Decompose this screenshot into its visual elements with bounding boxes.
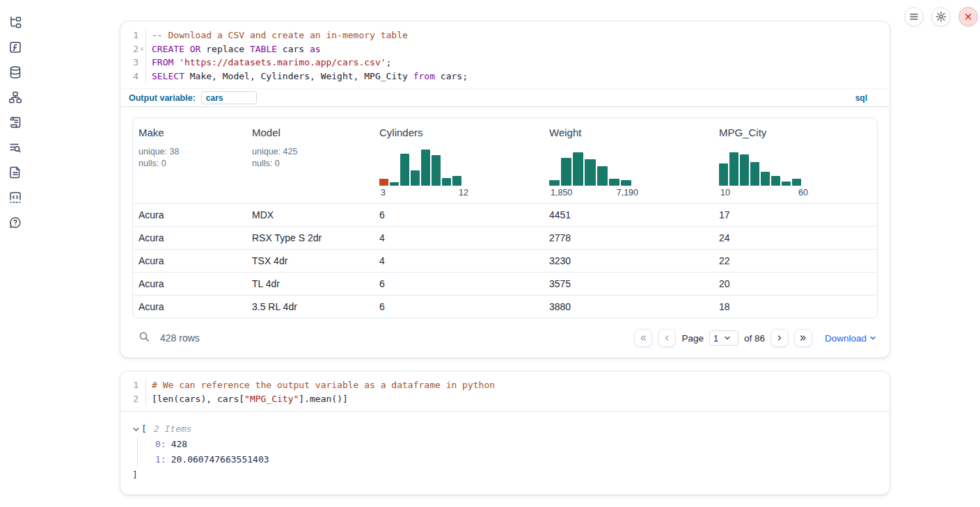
sql-output-section: Make unique: 38 nulls: 0 Model unique: 4… <box>120 107 890 357</box>
list-item: 0:428 <box>155 437 878 452</box>
download-button[interactable]: Download <box>825 333 876 344</box>
histogram-bar <box>782 182 791 186</box>
table-row[interactable]: AcuraMDX6445117 <box>133 203 877 226</box>
data-table: Make unique: 38 nulls: 0 Model unique: 4… <box>132 118 878 319</box>
table-row[interactable]: AcuraTSX 4dr4323022 <box>133 249 877 272</box>
table-cell: 3230 <box>544 255 713 266</box>
histogram-bar <box>390 182 399 186</box>
close-bracket: ] <box>132 467 878 483</box>
table-cell: 17 <box>713 209 877 220</box>
histogram-bar <box>452 176 461 186</box>
table-cell: Acura <box>133 232 246 243</box>
topbar-actions <box>904 7 978 26</box>
help-icon[interactable] <box>8 215 23 230</box>
table-cell: 4451 <box>544 209 713 220</box>
open-bracket: [ <box>141 421 147 437</box>
fold-icon[interactable]: ∨ <box>139 42 145 56</box>
download-label: Download <box>825 333 867 344</box>
table-cell: 6 <box>374 301 544 312</box>
table-cell: 6 <box>374 209 544 220</box>
functions-icon[interactable] <box>8 40 23 55</box>
search-logs-icon[interactable] <box>8 140 23 155</box>
menu-icon[interactable] <box>904 7 924 26</box>
table-cell: 3880 <box>544 301 713 312</box>
histogram-bar <box>421 150 430 186</box>
table-cell: Acura <box>133 209 246 220</box>
previous-page-button[interactable] <box>658 329 676 347</box>
table-row[interactable]: AcuraTL 4dr6357520 <box>133 272 877 295</box>
hist-max-label: 60 <box>798 188 808 198</box>
page-select[interactable]: 1 <box>709 330 738 346</box>
line-number: 3 <box>125 56 139 70</box>
item-index: 1: <box>155 454 166 465</box>
collapse-icon[interactable] <box>132 426 140 433</box>
table-cell: 3.5 RL 4dr <box>246 301 374 312</box>
snippets-icon[interactable] <box>8 190 23 205</box>
histogram-bar <box>585 159 595 186</box>
column-stat: unique: 425 <box>252 146 371 158</box>
column-label[interactable]: Cylinders <box>379 127 541 138</box>
python-code-editor[interactable]: 1# We can reference the output variable … <box>120 371 890 411</box>
column-label[interactable]: Weight <box>549 127 711 138</box>
column-label[interactable]: Model <box>252 127 371 138</box>
item-value: 20.060747663551403 <box>171 454 269 465</box>
row-count: 428 rows <box>160 332 200 344</box>
histogram-bar <box>792 179 801 186</box>
sql-code-editor[interactable]: 1-- Download a CSV and create an in-memo… <box>120 22 890 88</box>
table-cell: 18 <box>713 301 877 312</box>
datasources-icon[interactable] <box>8 65 23 80</box>
next-page-button[interactable] <box>770 329 789 347</box>
items-count-label: 2 Items <box>154 421 192 437</box>
column-header-make: Make unique: 38 nulls: 0 <box>133 118 246 203</box>
table-cell: Acura <box>133 301 246 312</box>
column-label[interactable]: MPG_City <box>719 127 874 138</box>
last-page-button[interactable] <box>794 329 812 347</box>
dependency-graph-icon[interactable] <box>8 90 23 105</box>
column-label[interactable]: Make <box>139 127 244 138</box>
table-cell: TSX 4dr <box>246 255 374 266</box>
histogram-bar <box>750 162 759 186</box>
item-value: 428 <box>171 439 187 449</box>
settings-icon[interactable] <box>931 7 951 26</box>
table-cell: 22 <box>713 255 877 266</box>
sql-cell: 1-- Download a CSV and create an in-memo… <box>120 21 890 358</box>
table-cell: TL 4dr <box>246 278 374 289</box>
logs-icon[interactable] <box>8 115 23 130</box>
column-header-model: Model unique: 425 nulls: 0 <box>246 118 374 203</box>
table-cell: 6 <box>374 278 544 289</box>
list-item: 1:20.060747663551403 <box>155 452 878 467</box>
item-index: 0: <box>155 439 166 449</box>
table-header: Make unique: 38 nulls: 0 Model unique: 4… <box>133 118 877 203</box>
column-header-mpg-city: MPG_City 10 60 <box>713 118 877 203</box>
line-number: 4 <box>125 70 139 83</box>
hist-min-label: 3 <box>381 188 386 198</box>
line-number: 2 <box>125 392 139 406</box>
histogram-bar <box>442 178 451 186</box>
output-variable-input[interactable] <box>201 91 257 104</box>
histogram-bar <box>549 180 560 186</box>
column-stat: nulls: 0 <box>252 158 371 170</box>
hist-max-label: 12 <box>459 188 468 198</box>
documentation-icon[interactable] <box>8 165 23 180</box>
table-body: AcuraMDX6445117AcuraRSX Type S 2dr427782… <box>133 203 877 318</box>
histogram-bar <box>719 163 728 186</box>
first-page-button[interactable] <box>634 329 652 347</box>
table-row[interactable]: AcuraRSX Type S 2dr4277824 <box>133 226 877 249</box>
table-cell: MDX <box>246 209 374 220</box>
column-stat: nulls: 0 <box>139 158 244 170</box>
pagination: Page 1 of 86 <box>634 329 812 347</box>
histogram-bar <box>597 166 608 186</box>
histogram-bar <box>771 176 780 186</box>
search-icon[interactable] <box>139 331 150 346</box>
table-cell: 3575 <box>544 278 713 289</box>
table-footer: 428 rows Page 1 of 86 <box>132 325 878 351</box>
language-badge: sql <box>855 93 867 103</box>
histogram-bar <box>740 154 749 186</box>
page-count-label: of 86 <box>744 333 765 344</box>
file-explorer-icon[interactable] <box>8 15 23 30</box>
table-row[interactable]: Acura3.5 RL 4dr6388018 <box>133 295 877 318</box>
histogram-bar <box>609 179 619 186</box>
line-number: 1 <box>125 29 139 42</box>
shutdown-icon[interactable] <box>958 7 978 26</box>
python-cell: 1# We can reference the output variable … <box>120 371 890 495</box>
